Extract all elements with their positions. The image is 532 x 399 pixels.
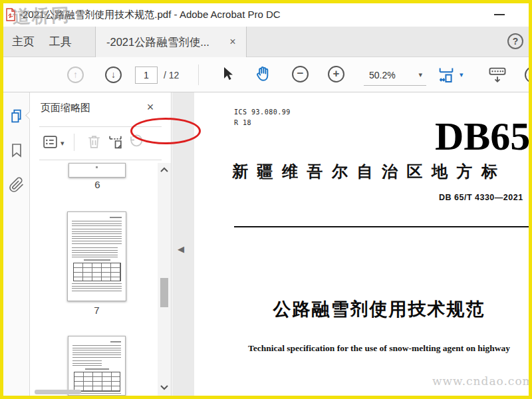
main-toolbar: ↑ ↓ / 12 − + 50.2% ▾ ▾ (3, 57, 529, 92)
fit-width-icon[interactable] (437, 66, 456, 84)
thumbnail-page-8[interactable] (68, 336, 126, 396)
tab-home[interactable]: 主页 (7, 27, 39, 57)
thumbnail-options-icon[interactable] (42, 134, 59, 150)
document-title-en: Technical specification for the use of s… (194, 343, 529, 354)
title-bar: -2021公路融雪剂使用技术规范.pdf - Adobe Acrobat Pro… (3, 3, 529, 27)
chevron-down-icon[interactable]: ▾ (460, 70, 464, 79)
zoom-in-button[interactable]: + (328, 66, 344, 82)
zoom-level-select[interactable]: 50.2% ▾ (364, 66, 426, 86)
page-number-input[interactable] (135, 66, 158, 84)
insert-pages-icon[interactable] (107, 133, 124, 150)
divider (39, 160, 162, 160)
document-title-cn: 公路融雪剂使用技术规范 (194, 297, 529, 321)
pdf-page[interactable]: ICS 93.080.99 R 18 DB65 新疆维吾尔自治区地方标 DB 6… (194, 92, 529, 396)
hide-toolbar-icon[interactable] (487, 66, 507, 84)
minimize-icon[interactable] (494, 14, 505, 15)
scroll-up-icon[interactable] (160, 166, 169, 174)
chevron-down-icon: ▾ (61, 139, 65, 148)
navigation-sidebar (3, 92, 30, 396)
page-thumbnails-icon[interactable] (9, 107, 25, 124)
clipped-tool-icon[interactable] (525, 66, 532, 83)
hand-tool-icon[interactable] (254, 65, 273, 84)
attachments-icon[interactable] (9, 176, 25, 194)
close-icon[interactable]: × (143, 100, 158, 115)
tab-bar: 主页 工具 -2021公路融雪剂使... × ? (3, 27, 529, 57)
help-icon[interactable]: ? (507, 33, 523, 49)
close-icon[interactable]: × (226, 35, 239, 49)
bookmarks-icon[interactable] (9, 142, 25, 159)
thumbnails-scrollbar[interactable] (158, 163, 171, 396)
header-rule (234, 226, 529, 227)
next-page-button[interactable]: ↓ (105, 66, 122, 83)
tab-document[interactable]: -2021公路融雪剂使... × (95, 27, 247, 57)
collapse-panel-icon[interactable]: ◀ (178, 244, 184, 254)
red-border-line (529, 90, 531, 399)
tab-document-label: -2021公路融雪剂使... (106, 27, 209, 57)
standard-number: DB 65/T 4330—2021 (439, 193, 523, 202)
tab-tools[interactable]: 工具 (43, 27, 78, 57)
red-circle-annotation (130, 118, 201, 144)
thumbnail-page-6[interactable] (68, 163, 126, 178)
panel-title: 页面缩略图 (41, 102, 90, 114)
select-tool-icon[interactable] (220, 66, 236, 83)
issuing-body-line: 新疆维吾尔自治区地方标 (232, 161, 507, 182)
divider (74, 134, 74, 151)
site-watermark-overlay: 道桥网 (12, 3, 70, 29)
app-window: -2021公路融雪剂使用技术规范.pdf - Adobe Acrobat Pro… (0, 0, 532, 399)
thumbnail-label: 6 (68, 179, 127, 190)
horizontal-scrollbar-thumb[interactable] (35, 390, 81, 394)
chevron-down-icon: ▾ (418, 70, 422, 79)
scroll-down-icon[interactable] (160, 384, 169, 392)
site-watermark: www.cndao.com (432, 374, 529, 388)
thumbnail-page-7[interactable] (67, 211, 126, 301)
zoom-out-button[interactable]: − (292, 66, 309, 82)
scrollbar-thumb[interactable] (160, 278, 168, 307)
page-count-label: / 12 (164, 70, 179, 80)
toolbar-divider (198, 65, 199, 85)
thumbnail-label: 7 (67, 305, 126, 316)
delete-pages-icon (86, 133, 102, 150)
document-workspace: 页面缩略图 × ▾ 6 (3, 92, 529, 396)
previous-page-button[interactable]: ↑ (67, 66, 84, 83)
ics-code: ICS 93.080.99 R 18 (234, 107, 291, 128)
zoom-level-value: 50.2% (369, 70, 396, 80)
standard-code-big: DB65 (435, 116, 529, 156)
